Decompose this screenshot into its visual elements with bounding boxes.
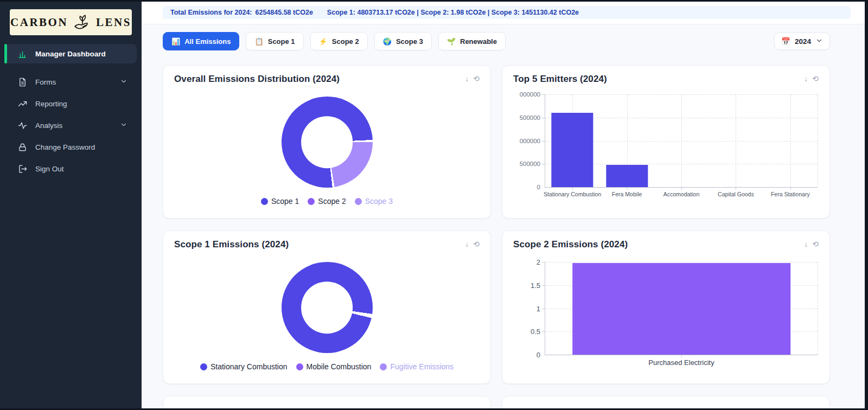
year-select[interactable]: 📅 2024	[774, 33, 830, 50]
card-title: Top 5 Emitters (2024)	[513, 74, 607, 85]
x-axis-category-label: Fera Stationary	[771, 191, 810, 197]
logo-text-carbon: CARBON	[10, 16, 68, 29]
sidebar-item-reporting[interactable]: Reporting	[0, 93, 142, 114]
legend-label: Mobile Combustion	[307, 362, 372, 371]
card-actions: ↓ ⟲	[804, 240, 819, 248]
trending-up-icon	[17, 99, 28, 109]
axis-tick	[542, 331, 545, 332]
filter-row: 📊 All Emissions 📋 Scope 1 ⚡ Scope 2 🌍 Sc…	[163, 32, 830, 50]
y-axis-tick-label: 500000	[520, 161, 540, 167]
legend-item-scope3[interactable]: Scope 3	[355, 197, 393, 206]
axis-tick	[572, 187, 573, 190]
app-window: CARBON LENS	[0, 2, 865, 408]
legend-label: Fugitive Emissions	[390, 362, 454, 371]
sidebar-nav: Manager Dashboard Forms Reporting	[0, 44, 142, 180]
download-icon[interactable]: ↓	[465, 75, 469, 82]
legend-label: Scope 1	[271, 197, 299, 206]
x-axis-category-label: Stationary Combustion	[544, 191, 601, 197]
sidebar-item-sign-out[interactable]: Sign Out	[0, 158, 142, 180]
bar-chart-area: 2 1.5 1 0.5 0 Purchased Electricity	[545, 262, 818, 355]
globe-emoji-icon: 🌍	[383, 37, 392, 46]
lock-icon	[17, 142, 28, 152]
filter-label: All Emissions	[184, 37, 231, 46]
bar	[606, 165, 648, 187]
card-overall-distribution: Overall Emissions Distribution (2024) ↓ …	[163, 65, 491, 219]
donut-chart-area: Scope 1 Scope 2 Scope 3	[174, 85, 480, 207]
chevron-down-icon[interactable]	[120, 78, 127, 87]
download-icon[interactable]: ↓	[465, 240, 469, 248]
y-axis-tick-label: 0	[537, 184, 540, 190]
top5-emitters-plot: 000000 500000 000000 500000 0 Stationary…	[545, 94, 818, 188]
filter-scope3-button[interactable]: 🌍 Scope 3	[374, 32, 432, 50]
total-emissions-label: Total Emissions for 2024:	[170, 9, 252, 16]
legend-label: Scope 3	[365, 197, 393, 206]
reset-zoom-icon[interactable]: ⟲	[473, 240, 480, 248]
chevron-down-icon[interactable]	[120, 121, 127, 130]
clipboard-emoji-icon: 📋	[254, 37, 263, 46]
lightning-emoji-icon: ⚡	[319, 37, 328, 46]
x-axis-category-label: Purchased Electricity	[648, 358, 714, 367]
scope2-emissions-plot: 2 1.5 1 0.5 0 Purchased Electricity	[545, 262, 818, 355]
legend-dot	[355, 198, 362, 205]
total-emissions-value: 6254845.58 tCO2e	[256, 9, 313, 16]
reset-zoom-icon[interactable]: ⟲	[812, 240, 819, 248]
seedling-emoji-icon: 🌱	[447, 37, 456, 46]
scope-breakdown: Scope 1: 4803713.17 tCO2e | Scope 2: 1.9…	[327, 9, 579, 16]
axis-tick	[542, 309, 545, 309]
filter-all-emissions-button[interactable]: 📊 All Emissions	[163, 32, 239, 50]
axis-tick	[681, 355, 682, 357]
filter-scope2-button[interactable]: ⚡ Scope 2	[310, 32, 368, 50]
document-icon	[17, 77, 28, 87]
legend-item-mobile-combustion[interactable]: Mobile Combustion	[296, 362, 372, 371]
axis-tick	[542, 164, 545, 164]
legend-item-scope2[interactable]: Scope 2	[308, 197, 346, 206]
gridline	[818, 94, 818, 187]
chart-legend: Scope 1 Scope 2 Scope 3	[261, 197, 393, 206]
reset-zoom-icon[interactable]: ⟲	[473, 75, 480, 82]
card-partially-visible	[502, 396, 830, 408]
filter-renewable-button[interactable]: 🌱 Renewable	[438, 32, 506, 50]
overall-distribution-donut	[282, 97, 373, 188]
legend-item-fugitive-emissions[interactable]: Fugitive Emissions	[380, 362, 454, 371]
sidebar-item-label: Manager Dashboard	[35, 50, 106, 58]
card-title: Scope 1 Emissions (2024)	[174, 239, 289, 250]
legend-item-scope1[interactable]: Scope 1	[261, 197, 299, 206]
activity-icon	[17, 120, 28, 131]
filter-label: Scope 2	[332, 37, 359, 46]
sidebar-item-forms[interactable]: Forms	[0, 71, 142, 93]
legend-dot	[380, 363, 387, 370]
y-axis-tick-label: 2	[537, 258, 540, 266]
sidebar-item-label: Sign Out	[35, 165, 64, 173]
legend-dot	[308, 198, 315, 205]
calendar-emoji-icon: 📅	[781, 37, 790, 46]
sidebar-item-manager-dashboard[interactable]: Manager Dashboard	[4, 44, 137, 63]
y-axis-tick-label: 000000	[520, 91, 540, 98]
legend-item-stationary-combustion[interactable]: Stationary Combustion	[200, 362, 288, 371]
download-icon[interactable]: ↓	[804, 75, 808, 82]
sidebar-item-analysis[interactable]: Analysis	[0, 114, 142, 136]
year-select-value: 2024	[795, 37, 811, 46]
bar	[572, 263, 790, 355]
card-scope2-emissions: Scope 2 Emissions (2024) ↓ ⟲	[502, 230, 830, 384]
bar	[552, 113, 593, 187]
chart-emoji-icon: 📊	[171, 37, 180, 46]
sidebar-item-label: Analysis	[35, 121, 62, 130]
card-actions: ↓ ⟲	[465, 240, 480, 248]
active-item-accent	[4, 44, 7, 63]
card-scope1-emissions: Scope 1 Emissions (2024) ↓ ⟲	[163, 230, 491, 384]
browser-viewport: CARBON LENS	[0, 0, 868, 410]
y-axis-tick-label: 1.5	[531, 281, 540, 289]
donut-hole	[301, 281, 353, 334]
axis-tick	[542, 141, 545, 142]
dashboard-content: 📊 All Emissions 📋 Scope 1 ⚡ Scope 2 🌍 Sc…	[142, 24, 865, 408]
card-header: Top 5 Emitters (2024) ↓ ⟲	[513, 74, 819, 85]
sidebar-item-change-password[interactable]: Change Password	[0, 136, 142, 158]
download-icon[interactable]: ↓	[804, 240, 808, 248]
gridline	[790, 94, 791, 187]
card-header: Scope 1 Emissions (2024) ↓ ⟲	[174, 239, 480, 250]
reset-zoom-icon[interactable]: ⟲	[812, 75, 819, 82]
card-header: Scope 2 Emissions (2024) ↓ ⟲	[513, 239, 819, 250]
filter-scope1-button[interactable]: 📋 Scope 1	[246, 32, 303, 50]
sidebar: CARBON LENS	[0, 2, 142, 408]
card-header: Overall Emissions Distribution (2024) ↓ …	[174, 74, 480, 85]
